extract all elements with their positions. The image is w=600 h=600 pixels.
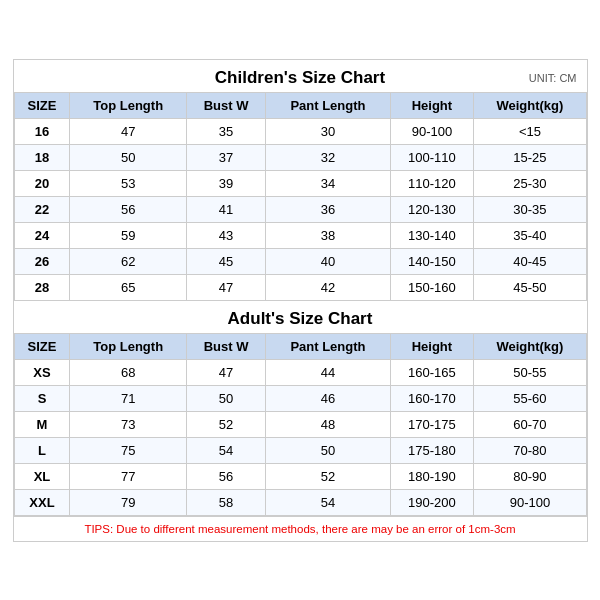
table-row: XS684744160-16550-55	[14, 359, 586, 385]
tips-text: TIPS: Due to different measurement metho…	[84, 523, 515, 535]
table-cell: 35-40	[474, 222, 586, 248]
table-cell: XS	[14, 359, 70, 385]
col-top-length-adult: Top Length	[70, 333, 186, 359]
table-cell: 59	[70, 222, 186, 248]
table-cell: 54	[266, 489, 390, 515]
table-cell: 100-110	[390, 144, 474, 170]
table-cell: 36	[266, 196, 390, 222]
table-row: 26624540140-15040-45	[14, 248, 586, 274]
children-size-table: SIZE Top Length Bust W Pant Length Heigh…	[14, 92, 587, 301]
col-height: Height	[390, 92, 474, 118]
table-cell: 22	[14, 196, 70, 222]
col-height-adult: Height	[390, 333, 474, 359]
table-cell: L	[14, 437, 70, 463]
table-cell: 160-170	[390, 385, 474, 411]
table-row: S715046160-17055-60	[14, 385, 586, 411]
table-cell: 30-35	[474, 196, 586, 222]
col-weight-adult: Weight(kg)	[474, 333, 586, 359]
table-cell: 35	[186, 118, 265, 144]
table-cell: 43	[186, 222, 265, 248]
table-cell: 79	[70, 489, 186, 515]
table-cell: 130-140	[390, 222, 474, 248]
table-cell: S	[14, 385, 70, 411]
table-cell: 71	[70, 385, 186, 411]
col-size-adult: SIZE	[14, 333, 70, 359]
table-cell: 52	[266, 463, 390, 489]
table-cell: 47	[186, 359, 265, 385]
table-cell: 90-100	[474, 489, 586, 515]
table-cell: 70-80	[474, 437, 586, 463]
table-cell: 40	[266, 248, 390, 274]
table-cell: 55-60	[474, 385, 586, 411]
table-cell: 75	[70, 437, 186, 463]
table-row: M735248170-17560-70	[14, 411, 586, 437]
table-cell: 26	[14, 248, 70, 274]
table-cell: 120-130	[390, 196, 474, 222]
table-cell: 60-70	[474, 411, 586, 437]
unit-label: UNIT: CM	[529, 72, 577, 84]
table-cell: 180-190	[390, 463, 474, 489]
adult-chart-title: Adult's Size Chart	[228, 309, 373, 329]
table-cell: 42	[266, 274, 390, 300]
table-cell: 37	[186, 144, 265, 170]
table-cell: 38	[266, 222, 390, 248]
table-cell: 45-50	[474, 274, 586, 300]
table-cell: 68	[70, 359, 186, 385]
children-title-row: Children's Size Chart UNIT: CM	[14, 60, 587, 92]
table-cell: 39	[186, 170, 265, 196]
table-row: L755450175-18070-80	[14, 437, 586, 463]
table-cell: 25-30	[474, 170, 586, 196]
table-row: XL775652180-19080-90	[14, 463, 586, 489]
children-table-header: SIZE Top Length Bust W Pant Length Heigh…	[14, 92, 586, 118]
table-cell: 44	[266, 359, 390, 385]
children-table-body: 1647353090-100<1518503732100-11015-25205…	[14, 118, 586, 300]
col-weight: Weight(kg)	[474, 92, 586, 118]
col-size: SIZE	[14, 92, 70, 118]
table-cell: 56	[186, 463, 265, 489]
col-top-length: Top Length	[70, 92, 186, 118]
table-cell: 58	[186, 489, 265, 515]
table-cell: 20	[14, 170, 70, 196]
table-cell: <15	[474, 118, 586, 144]
tips-row: TIPS: Due to different measurement metho…	[14, 516, 587, 541]
col-pant-length-adult: Pant Length	[266, 333, 390, 359]
table-cell: XL	[14, 463, 70, 489]
table-cell: 30	[266, 118, 390, 144]
table-cell: 160-165	[390, 359, 474, 385]
size-chart-container: Children's Size Chart UNIT: CM SIZE Top …	[13, 59, 588, 542]
table-cell: 54	[186, 437, 265, 463]
table-cell: 52	[186, 411, 265, 437]
table-cell: 50	[266, 437, 390, 463]
table-cell: 46	[266, 385, 390, 411]
adult-table-body: XS684744160-16550-55S715046160-17055-60M…	[14, 359, 586, 515]
table-cell: 50-55	[474, 359, 586, 385]
table-cell: 50	[70, 144, 186, 170]
table-cell: 48	[266, 411, 390, 437]
table-cell: M	[14, 411, 70, 437]
children-chart-title: Children's Size Chart	[215, 68, 385, 88]
table-cell: 150-160	[390, 274, 474, 300]
table-row: XXL795854190-20090-100	[14, 489, 586, 515]
table-cell: 73	[70, 411, 186, 437]
table-cell: 190-200	[390, 489, 474, 515]
adult-header-row: SIZE Top Length Bust W Pant Length Heigh…	[14, 333, 586, 359]
table-cell: 34	[266, 170, 390, 196]
table-cell: 62	[70, 248, 186, 274]
table-cell: 140-150	[390, 248, 474, 274]
table-cell: XXL	[14, 489, 70, 515]
table-cell: 47	[186, 274, 265, 300]
table-cell: 18	[14, 144, 70, 170]
table-cell: 28	[14, 274, 70, 300]
table-cell: 65	[70, 274, 186, 300]
table-row: 18503732100-11015-25	[14, 144, 586, 170]
table-cell: 56	[70, 196, 186, 222]
table-row: 20533934110-12025-30	[14, 170, 586, 196]
col-pant-length: Pant Length	[266, 92, 390, 118]
table-row: 1647353090-100<15	[14, 118, 586, 144]
col-bust-w: Bust W	[186, 92, 265, 118]
table-row: 28654742150-16045-50	[14, 274, 586, 300]
table-cell: 24	[14, 222, 70, 248]
table-cell: 45	[186, 248, 265, 274]
table-cell: 110-120	[390, 170, 474, 196]
table-cell: 77	[70, 463, 186, 489]
